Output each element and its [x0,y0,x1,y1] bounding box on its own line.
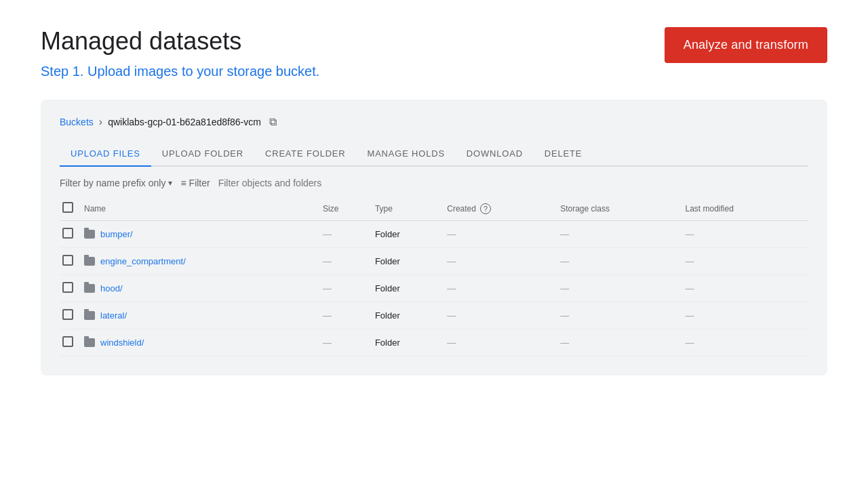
upload-files-button[interactable]: UPLOAD FILES [60,142,151,167]
col-storage-class: Storage class [560,197,685,221]
row-checkbox[interactable] [62,309,73,320]
filter-prefix-label: Filter by name prefix only [60,178,165,188]
row-type: Folder [375,329,447,357]
page-subtitle: Step 1. Upload images to your storage bu… [41,64,319,79]
row-last-modified: — [686,302,809,329]
download-button[interactable]: DOWNLOAD [456,142,534,167]
row-last-modified: — [686,248,809,275]
row-size: — [323,275,375,302]
row-storage-class: — [560,248,685,275]
folder-icon [84,311,95,320]
table-row: bumper/ — Folder — — — [60,221,808,248]
row-created: — [447,221,560,248]
select-all-checkbox[interactable] [62,202,73,213]
storage-toolbar: UPLOAD FILES UPLOAD FOLDER CREATE FOLDER… [60,142,808,167]
row-last-modified: — [686,221,809,248]
col-name: Name [84,197,323,221]
row-storage-class: — [560,221,685,248]
row-type: Folder [375,275,447,302]
copy-icon[interactable]: ⧉ [269,116,277,128]
breadcrumb-chevron-icon: › [99,116,102,128]
row-checkbox[interactable] [62,255,73,266]
row-type: Folder [375,302,447,329]
created-help-icon[interactable]: ? [480,203,491,214]
filter-prefix-chevron-icon: ▾ [168,178,172,188]
row-created: — [447,275,560,302]
row-name[interactable]: engine_compartment/ [84,256,315,266]
filter-input[interactable] [218,178,808,188]
folder-icon [84,338,95,347]
filter-label: Filter [189,178,210,188]
table-row: windshield/ — Folder — — — [60,329,808,357]
manage-holds-button[interactable]: MANAGE HOLDS [357,142,456,167]
row-name[interactable]: windshield/ [84,338,315,348]
row-last-modified: — [686,329,809,357]
storage-panel: Buckets › qwiklabs-gcp-01-b62a81ed8f86-v… [41,100,827,375]
row-size: — [323,329,375,357]
table-row: hood/ — Folder — — — [60,275,808,302]
row-created: — [447,302,560,329]
col-created: Created ? [447,197,560,221]
row-type: Folder [375,221,447,248]
col-type: Type [375,197,447,221]
delete-button[interactable]: DELETE [534,142,593,167]
row-storage-class: — [560,329,685,357]
breadcrumb-buckets-link[interactable]: Buckets [60,117,94,127]
create-folder-button[interactable]: CREATE FOLDER [254,142,357,167]
row-checkbox[interactable] [62,282,73,293]
row-size: — [323,221,375,248]
filter-icon: ≡ [180,178,186,188]
filter-prefix-dropdown[interactable]: Filter by name prefix only ▾ [60,178,172,188]
row-size: — [323,248,375,275]
table-row: engine_compartment/ — Folder — — — [60,248,808,275]
breadcrumb: Buckets › qwiklabs-gcp-01-b62a81ed8f86-v… [60,116,808,128]
row-name[interactable]: lateral/ [84,310,315,321]
upload-folder-button[interactable]: UPLOAD FOLDER [151,142,254,167]
row-storage-class: — [560,302,685,329]
folder-icon [84,257,95,266]
row-name[interactable]: hood/ [84,283,315,293]
row-type: Folder [375,248,447,275]
breadcrumb-bucket-name: qwiklabs-gcp-01-b62a81ed8f86-vcm [108,117,261,127]
analyze-transform-button[interactable]: Analyze and transform [665,27,827,63]
filter-button[interactable]: ≡ Filter [180,178,210,188]
filter-bar: Filter by name prefix only ▾ ≡ Filter [60,178,808,188]
col-size: Size [323,197,375,221]
row-size: — [323,302,375,329]
table-row: lateral/ — Folder — — — [60,302,808,329]
row-storage-class: — [560,275,685,302]
page-title: Managed datasets [41,27,319,56]
row-name[interactable]: bumper/ [84,229,315,239]
row-created: — [447,329,560,357]
col-last-modified: Last modified [686,197,809,221]
files-table: Name Size Type Created ? Storage class L… [60,197,808,357]
row-checkbox[interactable] [62,228,73,239]
folder-icon [84,284,95,293]
row-last-modified: — [686,275,809,302]
folder-icon [84,230,95,239]
row-checkbox[interactable] [62,336,73,347]
row-created: — [447,248,560,275]
